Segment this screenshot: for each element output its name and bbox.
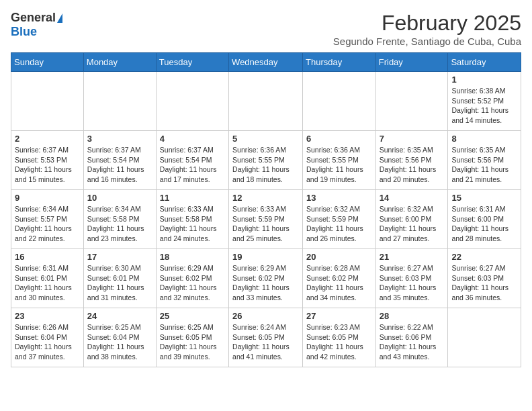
day-info: Sunrise: 6:25 AMSunset: 6:05 PMDaylight:…	[160, 322, 225, 362]
weekday-header-sunday: Sunday	[11, 53, 84, 72]
day-cell: 24Sunrise: 6:25 AMSunset: 6:04 PMDayligh…	[83, 308, 156, 367]
day-cell: 3Sunrise: 6:37 AMSunset: 5:54 PMDaylight…	[83, 131, 156, 190]
day-cell	[448, 308, 521, 367]
day-cell: 4Sunrise: 6:37 AMSunset: 5:54 PMDaylight…	[156, 131, 228, 190]
day-info: Sunrise: 6:26 AMSunset: 6:04 PMDaylight:…	[15, 322, 80, 362]
day-cell: 23Sunrise: 6:26 AMSunset: 6:04 PMDayligh…	[11, 308, 84, 367]
day-cell: 27Sunrise: 6:23 AMSunset: 6:05 PMDayligh…	[303, 308, 376, 367]
day-cell: 1Sunrise: 6:38 AMSunset: 5:52 PMDaylight…	[448, 72, 521, 131]
day-cell: 15Sunrise: 6:31 AMSunset: 6:00 PMDayligh…	[448, 190, 521, 249]
day-number: 13	[306, 193, 372, 203]
header: General Blue February 2025 Segundo Frent…	[11, 11, 521, 47]
day-number: 19	[232, 252, 299, 262]
day-number: 25	[160, 311, 225, 321]
day-number: 12	[232, 193, 299, 203]
day-cell: 12Sunrise: 6:33 AMSunset: 5:59 PMDayligh…	[229, 190, 303, 249]
day-cell: 8Sunrise: 6:35 AMSunset: 5:56 PMDaylight…	[448, 131, 521, 190]
day-cell	[11, 72, 84, 131]
weekday-header-tuesday: Tuesday	[156, 53, 228, 72]
day-info: Sunrise: 6:35 AMSunset: 5:56 PMDaylight:…	[380, 145, 445, 185]
day-info: Sunrise: 6:32 AMSunset: 6:00 PMDaylight:…	[380, 204, 445, 244]
day-cell: 2Sunrise: 6:37 AMSunset: 5:53 PMDaylight…	[11, 131, 84, 190]
day-info: Sunrise: 6:29 AMSunset: 6:02 PMDaylight:…	[232, 263, 299, 303]
day-info: Sunrise: 6:24 AMSunset: 6:05 PMDaylight:…	[232, 322, 299, 362]
day-info: Sunrise: 6:36 AMSunset: 5:55 PMDaylight:…	[232, 145, 299, 185]
week-row-2: 2Sunrise: 6:37 AMSunset: 5:53 PMDaylight…	[11, 131, 521, 190]
day-info: Sunrise: 6:36 AMSunset: 5:55 PMDaylight:…	[306, 145, 372, 185]
logo: General Blue	[11, 11, 62, 39]
week-row-1: 1Sunrise: 6:38 AMSunset: 5:52 PMDaylight…	[11, 72, 521, 131]
day-cell	[375, 72, 448, 131]
logo-general-text: General	[11, 11, 56, 25]
day-number: 15	[451, 193, 517, 203]
day-info: Sunrise: 6:33 AMSunset: 5:58 PMDaylight:…	[160, 204, 225, 244]
day-number: 16	[15, 252, 80, 262]
day-cell: 21Sunrise: 6:27 AMSunset: 6:03 PMDayligh…	[375, 249, 448, 308]
day-cell: 7Sunrise: 6:35 AMSunset: 5:56 PMDaylight…	[375, 131, 448, 190]
day-number: 21	[380, 252, 445, 262]
day-number: 6	[306, 134, 372, 144]
day-cell: 16Sunrise: 6:31 AMSunset: 6:01 PMDayligh…	[11, 249, 84, 308]
month-title: February 2025	[333, 11, 521, 36]
day-info: Sunrise: 6:38 AMSunset: 5:52 PMDaylight:…	[451, 86, 517, 126]
day-info: Sunrise: 6:31 AMSunset: 6:01 PMDaylight:…	[15, 263, 80, 303]
day-number: 3	[87, 134, 152, 144]
week-row-5: 23Sunrise: 6:26 AMSunset: 6:04 PMDayligh…	[11, 308, 521, 367]
day-cell: 10Sunrise: 6:34 AMSunset: 5:58 PMDayligh…	[83, 190, 156, 249]
day-number: 22	[451, 252, 517, 262]
logo-icon	[57, 13, 62, 23]
day-info: Sunrise: 6:30 AMSunset: 6:01 PMDaylight:…	[87, 263, 152, 303]
day-info: Sunrise: 6:34 AMSunset: 5:57 PMDaylight:…	[15, 204, 80, 244]
day-cell: 5Sunrise: 6:36 AMSunset: 5:55 PMDaylight…	[229, 131, 303, 190]
day-number: 7	[380, 134, 445, 144]
day-info: Sunrise: 6:35 AMSunset: 5:56 PMDaylight:…	[451, 145, 517, 185]
day-cell: 6Sunrise: 6:36 AMSunset: 5:55 PMDaylight…	[303, 131, 376, 190]
title-section: February 2025 Segundo Frente, Santiago d…	[333, 11, 521, 47]
day-info: Sunrise: 6:27 AMSunset: 6:03 PMDaylight:…	[380, 263, 445, 303]
logo-blue-text: Blue	[11, 25, 37, 39]
day-number: 10	[87, 193, 152, 203]
day-number: 14	[380, 193, 445, 203]
weekday-header-thursday: Thursday	[303, 53, 376, 72]
day-cell: 9Sunrise: 6:34 AMSunset: 5:57 PMDaylight…	[11, 190, 84, 249]
day-info: Sunrise: 6:29 AMSunset: 6:02 PMDaylight:…	[160, 263, 225, 303]
day-number: 20	[306, 252, 372, 262]
day-cell	[83, 72, 156, 131]
day-cell: 18Sunrise: 6:29 AMSunset: 6:02 PMDayligh…	[156, 249, 228, 308]
day-cell: 22Sunrise: 6:27 AMSunset: 6:03 PMDayligh…	[448, 249, 521, 308]
week-row-4: 16Sunrise: 6:31 AMSunset: 6:01 PMDayligh…	[11, 249, 521, 308]
day-cell: 11Sunrise: 6:33 AMSunset: 5:58 PMDayligh…	[156, 190, 228, 249]
day-number: 24	[87, 311, 152, 321]
day-info: Sunrise: 6:23 AMSunset: 6:05 PMDaylight:…	[306, 322, 372, 362]
weekday-header-row: SundayMondayTuesdayWednesdayThursdayFrid…	[11, 53, 521, 72]
location-title: Segundo Frente, Santiago de Cuba, Cuba	[333, 36, 521, 47]
day-info: Sunrise: 6:34 AMSunset: 5:58 PMDaylight:…	[87, 204, 152, 244]
day-cell: 17Sunrise: 6:30 AMSunset: 6:01 PMDayligh…	[83, 249, 156, 308]
day-info: Sunrise: 6:28 AMSunset: 6:02 PMDaylight:…	[306, 263, 372, 303]
day-number: 18	[160, 252, 225, 262]
day-number: 23	[15, 311, 80, 321]
day-number: 8	[451, 134, 517, 144]
day-cell: 14Sunrise: 6:32 AMSunset: 6:00 PMDayligh…	[375, 190, 448, 249]
day-cell	[303, 72, 376, 131]
weekday-header-saturday: Saturday	[448, 53, 521, 72]
day-cell: 13Sunrise: 6:32 AMSunset: 5:59 PMDayligh…	[303, 190, 376, 249]
day-cell: 20Sunrise: 6:28 AMSunset: 6:02 PMDayligh…	[303, 249, 376, 308]
day-info: Sunrise: 6:32 AMSunset: 5:59 PMDaylight:…	[306, 204, 372, 244]
day-info: Sunrise: 6:31 AMSunset: 6:00 PMDaylight:…	[451, 204, 517, 244]
day-info: Sunrise: 6:33 AMSunset: 5:59 PMDaylight:…	[232, 204, 299, 244]
day-number: 27	[306, 311, 372, 321]
day-info: Sunrise: 6:37 AMSunset: 5:54 PMDaylight:…	[160, 145, 225, 185]
day-number: 28	[380, 311, 445, 321]
calendar-table: SundayMondayTuesdayWednesdayThursdayFrid…	[11, 52, 521, 367]
day-info: Sunrise: 6:27 AMSunset: 6:03 PMDaylight:…	[451, 263, 517, 303]
day-number: 26	[232, 311, 299, 321]
weekday-header-friday: Friday	[375, 53, 448, 72]
day-number: 4	[160, 134, 225, 144]
day-number: 5	[232, 134, 299, 144]
day-cell: 26Sunrise: 6:24 AMSunset: 6:05 PMDayligh…	[229, 308, 303, 367]
day-cell	[229, 72, 303, 131]
day-cell: 28Sunrise: 6:22 AMSunset: 6:06 PMDayligh…	[375, 308, 448, 367]
day-info: Sunrise: 6:25 AMSunset: 6:04 PMDaylight:…	[87, 322, 152, 362]
week-row-3: 9Sunrise: 6:34 AMSunset: 5:57 PMDaylight…	[11, 190, 521, 249]
